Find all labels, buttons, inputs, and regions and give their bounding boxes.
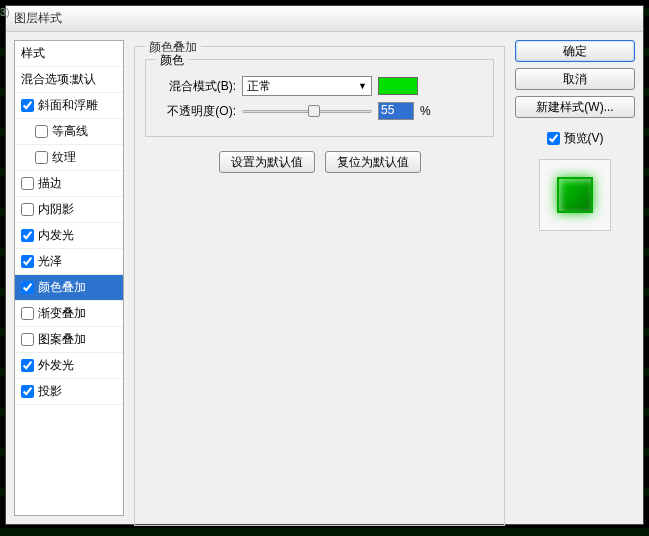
opacity-slider[interactable]: [242, 102, 372, 120]
cancel-button[interactable]: 取消: [515, 68, 635, 90]
style-item-checkbox[interactable]: [21, 359, 34, 372]
color-group: 颜色 混合模式(B): 正常 ▼ 不透明度(O):: [145, 59, 494, 137]
chevron-down-icon: ▼: [358, 81, 367, 91]
preview-swatch-icon: [557, 177, 593, 213]
opacity-input[interactable]: 55: [378, 102, 414, 120]
styles-header[interactable]: 样式: [15, 41, 123, 67]
style-item[interactable]: 光泽: [15, 249, 123, 275]
style-item-label: 渐变叠加: [38, 305, 86, 322]
style-item-checkbox[interactable]: [21, 281, 34, 294]
style-item[interactable]: 内发光: [15, 223, 123, 249]
style-item-label: 内阴影: [38, 201, 74, 218]
style-item[interactable]: 渐变叠加: [15, 301, 123, 327]
style-item[interactable]: 外发光: [15, 353, 123, 379]
blend-options-default[interactable]: 混合选项:默认: [15, 67, 123, 93]
color-swatch[interactable]: [378, 77, 418, 95]
preview-thumbnail: [539, 159, 611, 231]
color-group-title: 颜色: [156, 52, 188, 69]
style-item-label: 斜面和浮雕: [38, 97, 98, 114]
styles-list: 样式 混合选项:默认 斜面和浮雕等高线纹理描边内阴影内发光光泽颜色叠加渐变叠加图…: [14, 40, 124, 516]
style-item-label: 颜色叠加: [38, 279, 86, 296]
style-item-checkbox[interactable]: [21, 203, 34, 216]
style-item-label: 图案叠加: [38, 331, 86, 348]
style-item-label: 纹理: [52, 149, 76, 166]
style-item-label: 外发光: [38, 357, 74, 374]
blend-mode-select[interactable]: 正常 ▼: [242, 76, 372, 96]
style-item-checkbox[interactable]: [21, 177, 34, 190]
style-item[interactable]: 投影: [15, 379, 123, 405]
style-item-checkbox[interactable]: [35, 151, 48, 164]
style-item[interactable]: 颜色叠加: [15, 275, 123, 301]
style-item[interactable]: 斜面和浮雕: [15, 93, 123, 119]
ok-button[interactable]: 确定: [515, 40, 635, 62]
dialog-title: 图层样式: [14, 10, 62, 27]
opacity-label: 不透明度(O):: [156, 103, 236, 120]
style-item-label: 光泽: [38, 253, 62, 270]
style-item[interactable]: 图案叠加: [15, 327, 123, 353]
preview-label: 预览(V): [564, 130, 604, 147]
preview-checkbox[interactable]: [547, 132, 560, 145]
set-default-button[interactable]: 设置为默认值: [219, 151, 315, 173]
style-item-label: 等高线: [52, 123, 88, 140]
style-item-checkbox[interactable]: [21, 385, 34, 398]
style-item-label: 内发光: [38, 227, 74, 244]
style-item-checkbox[interactable]: [21, 333, 34, 346]
reset-default-button[interactable]: 复位为默认值: [325, 151, 421, 173]
style-item[interactable]: 描边: [15, 171, 123, 197]
color-overlay-panel: 颜色叠加 颜色 混合模式(B): 正常 ▼ 不透明度(O):: [134, 46, 505, 526]
style-item-label: 描边: [38, 175, 62, 192]
layer-style-dialog: 图层样式 样式 混合选项:默认 斜面和浮雕等高线纹理描边内阴影内发光光泽颜色叠加…: [5, 5, 644, 525]
style-item-checkbox[interactable]: [21, 307, 34, 320]
style-item-label: 投影: [38, 383, 62, 400]
style-item-checkbox[interactable]: [21, 229, 34, 242]
style-item-checkbox[interactable]: [35, 125, 48, 138]
titlebar[interactable]: 图层样式: [6, 6, 643, 32]
opacity-unit: %: [420, 104, 431, 118]
style-item-checkbox[interactable]: [21, 255, 34, 268]
style-item[interactable]: 等高线: [15, 119, 123, 145]
style-item-checkbox[interactable]: [21, 99, 34, 112]
new-style-button[interactable]: 新建样式(W)...: [515, 96, 635, 118]
style-item[interactable]: 纹理: [15, 145, 123, 171]
style-item[interactable]: 内阴影: [15, 197, 123, 223]
blend-mode-label: 混合模式(B):: [156, 78, 236, 95]
corner-marker: 3): [0, 6, 10, 18]
